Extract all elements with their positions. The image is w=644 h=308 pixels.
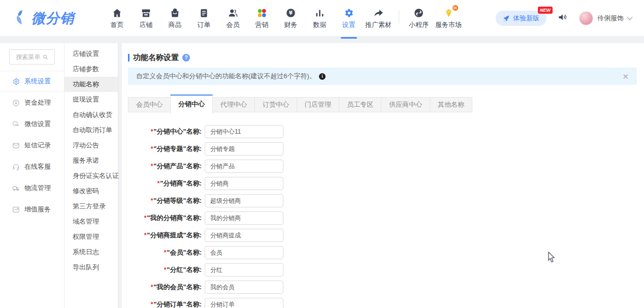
distribution-level-name-input[interactable] <box>205 194 283 207</box>
new-badge: NEW <box>538 7 553 14</box>
tab-staff-zone[interactable]: 员工专区 <box>339 97 381 112</box>
submenu-item-id-verification[interactable]: 身份证实名认证 <box>65 168 118 183</box>
submenu-item-service-promise[interactable]: 服务承诺 <box>65 153 118 168</box>
help-icon[interactable]: ? <box>182 54 190 61</box>
function-name-form: *"分销中心"名称: *"分销专题"名称: *"分销产品"名称: *"分销商"名… <box>128 125 637 308</box>
tab-store-management[interactable]: 门店管理 <box>297 97 339 112</box>
submenu-item-system-log[interactable]: 系统日志 <box>65 244 118 260</box>
distribution-product-name-input[interactable] <box>205 160 283 173</box>
distribution-order-name-input[interactable] <box>205 298 283 308</box>
submenu-item-floating-notice[interactable]: 浮动公告 <box>65 138 118 153</box>
title-accent-bar <box>128 54 130 61</box>
bar-chart-icon <box>314 7 325 18</box>
notice-text: 自定义会员中心和分销中心的功能名称(建议不超过6个字符)。 <box>136 72 316 81</box>
shop-icon <box>141 7 151 18</box>
submenu-item-shop-settings[interactable]: 店铺设置 <box>65 46 118 61</box>
form-row: *"我的会员"名称: <box>128 281 637 294</box>
brand-name: 微分销 <box>31 9 74 27</box>
nav-item-miniprogram[interactable]: 小程序 <box>404 7 433 29</box>
home-icon <box>112 7 122 18</box>
required-asterisk: * <box>151 284 153 291</box>
dividend-name-input[interactable] <box>205 263 283 276</box>
submenu-item-auto-confirm-receipt[interactable]: 自动确认收货 <box>65 107 118 122</box>
notice-banner: 自定义会员中心和分销中心的功能名称(建议不超过6个字符)。 i ✕ <box>128 68 637 85</box>
required-asterisk: * <box>164 266 167 273</box>
submenu-item-withdraw-settings[interactable]: 提现设置 <box>65 92 118 107</box>
nav-item-finance[interactable]: ¥ 财务 <box>276 7 305 29</box>
my-distributor-name-input[interactable] <box>205 211 283 225</box>
submenu-item-export-queue[interactable]: 导出队列 <box>65 260 118 275</box>
submenu-item-auto-cancel-order[interactable]: 自动取消订单 <box>65 122 118 138</box>
notice-close-icon[interactable]: ✕ <box>622 73 629 80</box>
truck-icon <box>12 184 20 192</box>
required-asterisk: * <box>157 180 160 187</box>
info-icon[interactable]: i <box>319 73 326 80</box>
announcement-speaker-icon[interactable] <box>558 12 568 24</box>
sidebar-item-funds[interactable]: 资金处理 <box>0 92 64 113</box>
submenu-item-third-party-login[interactable]: 第三方登录 <box>65 199 118 214</box>
menu-search-input[interactable]: 搜索菜单 <box>9 49 55 65</box>
submenu-item-change-password[interactable]: 修改密码 <box>65 183 118 199</box>
distributor-commission-name-input[interactable] <box>205 229 283 242</box>
tab-member-center[interactable]: 会员中心 <box>128 97 171 112</box>
nav-item-marketing[interactable]: 营销 <box>247 7 276 29</box>
submenu-item-domain-management[interactable]: 域名管理 <box>65 214 118 229</box>
nav-item-home[interactable]: 首页 <box>103 7 132 29</box>
sidebar-item-system-settings[interactable]: 系统设置 <box>0 71 64 92</box>
tab-ordering-center[interactable]: 订货中心 <box>254 97 297 112</box>
form-row: *"分销等级"名称: <box>128 194 637 207</box>
form-row: *"分销中心"名称: <box>128 125 637 138</box>
sidebar-item-logistics[interactable]: 物流管理 <box>0 177 64 199</box>
distribution-center-name-input[interactable] <box>205 125 283 138</box>
nav-item-data[interactable]: 数据 <box>305 7 334 29</box>
brand-logo[interactable]: 微分销 <box>15 9 91 27</box>
nav-item-settings[interactable]: 设置 <box>334 7 363 29</box>
submenu-item-permission-management[interactable]: 权限管理 <box>65 229 118 244</box>
nav-item-service-market[interactable]: H 服务市场 <box>433 7 464 29</box>
headset-icon <box>12 163 20 171</box>
nav-item-orders[interactable]: 订单 <box>189 7 218 29</box>
distributor-name-input[interactable] <box>205 177 283 190</box>
main-content: 功能名称设置 ? 自定义会员中心和分销中心的功能名称(建议不超过6个字符)。 i… <box>122 43 644 308</box>
distribution-topic-name-input[interactable] <box>205 142 283 156</box>
chevron-down-icon <box>627 14 632 20</box>
sidebar-item-value-added[interactable]: 增值服务 <box>0 199 64 220</box>
sidebar-item-wechat[interactable]: 微信设置 <box>0 113 64 135</box>
top-header: 微分销 首页 店铺 商品 订单 会员 营销 ¥ 财务 <box>0 0 644 37</box>
required-asterisk: * <box>151 163 153 170</box>
rocket-icon <box>503 15 510 22</box>
member-name-input[interactable] <box>205 246 283 259</box>
required-asterisk: * <box>151 197 153 204</box>
yen-coin-icon: ¥ <box>285 7 296 18</box>
submenu-item-function-names[interactable]: 功能名称 <box>65 77 118 92</box>
tab-distribution-center[interactable]: 分销中心 <box>170 95 213 114</box>
nav-item-members[interactable]: 会员 <box>218 7 247 29</box>
form-row: *"分销订单"名称: <box>128 298 637 308</box>
marketing-icon <box>256 7 267 18</box>
settings-submenu: 店铺设置 店铺参数 功能名称 提现设置 自动确认收货 自动取消订单 浮动公告 服… <box>65 43 118 308</box>
required-asterisk: * <box>151 145 153 152</box>
sidebar-item-customer-service[interactable]: 在线客服 <box>0 156 64 177</box>
experience-new-button[interactable]: 体验新版 NEW <box>496 11 546 26</box>
account-menu[interactable]: 伶俐服饰 <box>579 11 632 25</box>
nav-item-shop[interactable]: 店铺 <box>132 7 160 29</box>
center-tabs: 会员中心 分销中心 代理中心 订货中心 门店管理 员工专区 供应商中心 其他名称 <box>128 95 637 114</box>
nav-item-goods[interactable]: 商品 <box>160 7 189 29</box>
form-row: *"分红"名称: <box>128 263 637 276</box>
share-arrow-icon <box>373 7 384 18</box>
sidebar-item-sms[interactable]: 短信记录 <box>0 135 64 156</box>
yen-circle-icon <box>12 99 20 107</box>
gear-icon <box>343 7 354 18</box>
nav-divider <box>399 10 399 23</box>
brand-leaf-icon <box>15 10 28 27</box>
svg-text:¥: ¥ <box>289 10 293 16</box>
tab-other-names[interactable]: 其他名称 <box>430 97 472 112</box>
main-nav: 首页 店铺 商品 订单 会员 营销 ¥ 财务 数据 <box>103 7 464 29</box>
tab-supplier-center[interactable]: 供应商中心 <box>381 97 430 112</box>
my-member-name-input[interactable] <box>205 281 283 294</box>
form-row: *"分销产品"名称: <box>128 160 637 173</box>
nav-item-promo-material[interactable]: 推广素材 <box>363 7 394 29</box>
tab-agent-center[interactable]: 代理中心 <box>212 97 255 112</box>
submenu-item-shop-params[interactable]: 店铺参数 <box>65 61 118 77</box>
required-asterisk: * <box>164 249 167 256</box>
